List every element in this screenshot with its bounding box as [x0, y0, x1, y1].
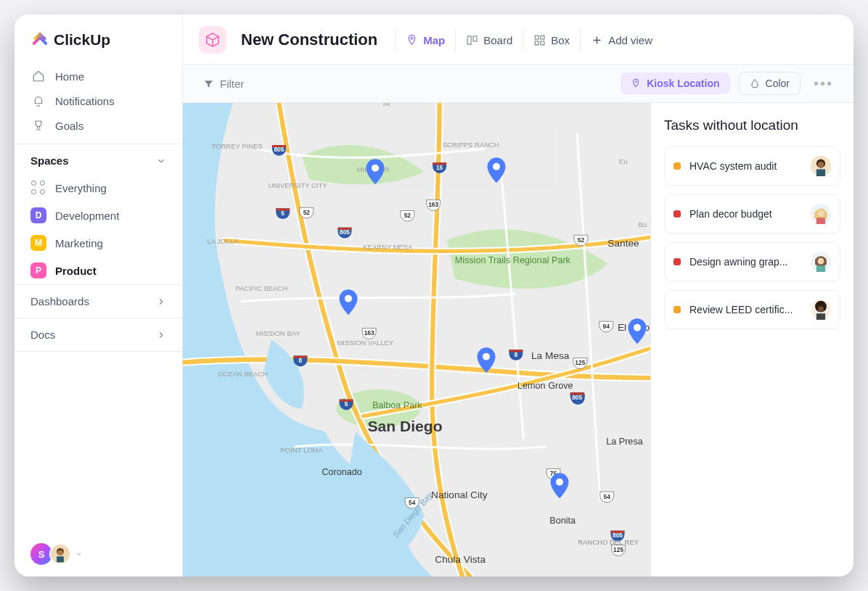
- more-button[interactable]: •••: [809, 75, 838, 92]
- svg-text:805: 805: [572, 394, 582, 401]
- spaces-header[interactable]: Spaces: [15, 144, 182, 174]
- sb-label: Docs: [30, 328, 55, 341]
- sidebar-item-docs[interactable]: Docs: [15, 318, 182, 352]
- map-label-chulavista: Chula Vista: [435, 554, 486, 565]
- svg-text:125: 125: [613, 546, 623, 553]
- svg-text:54: 54: [604, 493, 611, 500]
- svg-rect-64: [816, 265, 825, 272]
- svg-text:52: 52: [578, 236, 585, 244]
- brand-name: ClickUp: [54, 31, 110, 49]
- svg-rect-61: [816, 218, 825, 224]
- main-area: New Construction Map Board Box Add view: [183, 15, 853, 576]
- svg-text:SCRIPPS RANCH: SCRIPPS RANCH: [443, 141, 499, 149]
- svg-text:15: 15: [436, 164, 443, 171]
- status-dot-icon: [673, 210, 681, 218]
- svg-point-60: [818, 210, 824, 217]
- sidebar-item-everything[interactable]: Everything: [15, 174, 182, 202]
- chevron-down-icon: [156, 156, 166, 166]
- svg-rect-8: [541, 36, 544, 39]
- sidebar-item-goals[interactable]: Goals: [15, 113, 182, 138]
- sidebar-item-marketing[interactable]: M Marketing: [15, 229, 182, 257]
- grid-icon: [533, 34, 546, 46]
- map-label-lemongrove: Lemon Grove: [517, 381, 573, 391]
- tasks-panel: Tasks without location HVAC system audit…: [650, 103, 853, 576]
- tab-label: Board: [483, 34, 512, 46]
- svg-text:PACIFIC BEACH: PACIFIC BEACH: [235, 284, 287, 292]
- svg-text:52: 52: [404, 212, 412, 219]
- droplet-icon: [750, 78, 760, 88]
- task-card[interactable]: Plan decor budget: [664, 194, 840, 233]
- home-icon: [32, 70, 45, 83]
- task-card[interactable]: Review LEED certific...: [664, 290, 840, 329]
- svg-point-63: [818, 258, 824, 265]
- svg-text:805: 805: [340, 228, 350, 236]
- svg-rect-10: [541, 41, 544, 44]
- svg-text:MISSION VALLEY: MISSION VALLEY: [337, 339, 393, 347]
- filter-icon: [203, 78, 214, 89]
- svg-point-11: [635, 81, 636, 83]
- map-pin[interactable]: [364, 159, 386, 186]
- svg-text:8: 8: [299, 357, 303, 364]
- sidebar-item-product[interactable]: P Product: [15, 257, 182, 284]
- chip-label: Color: [766, 78, 790, 89]
- color-chip[interactable]: Color: [739, 72, 801, 95]
- svg-point-50: [493, 163, 500, 170]
- tab-box[interactable]: Box: [523, 30, 580, 51]
- space-badge-icon: P: [30, 263, 46, 278]
- brand-logo[interactable]: ClickUp: [15, 15, 182, 62]
- sidebar-item-dashboards[interactable]: Dashboards: [15, 284, 182, 318]
- map-pin[interactable]: [475, 347, 497, 375]
- svg-text:OCEAN BEACH: OCEAN BEACH: [218, 370, 268, 378]
- map-label-coronado: Coronado: [322, 467, 361, 477]
- map-area[interactable]: 805 15 5 805 8 8 5 52 52 94 125 163 163 …: [183, 103, 650, 576]
- user-menu[interactable]: S: [15, 532, 182, 576]
- status-dot-icon: [673, 162, 681, 170]
- app-window: ClickUp Home Notifications Goals Spaces …: [15, 15, 853, 576]
- space-label: Development: [55, 210, 119, 222]
- tab-label: Add view: [608, 34, 652, 46]
- svg-text:POINT LOMA: POINT LOMA: [281, 446, 324, 454]
- svg-point-49: [372, 165, 379, 172]
- task-card[interactable]: HVAC system audit: [664, 146, 840, 186]
- svg-text:94: 94: [603, 323, 610, 330]
- filter-button[interactable]: Filter: [199, 73, 248, 94]
- tab-board[interactable]: Board: [455, 30, 523, 51]
- project-title: New Construction: [241, 30, 377, 49]
- svg-point-2: [57, 550, 62, 555]
- map-pin[interactable]: [486, 157, 507, 185]
- assignee-avatar: [811, 252, 831, 272]
- kiosk-location-chip[interactable]: Kiosk Location: [621, 73, 729, 94]
- add-view-button[interactable]: Add view: [580, 30, 663, 51]
- tab-map[interactable]: Map: [395, 30, 455, 51]
- svg-text:5: 5: [281, 210, 284, 217]
- svg-point-53: [556, 479, 563, 486]
- content: 805 15 5 805 8 8 5 52 52 94 125 163 163 …: [183, 103, 853, 576]
- map-label-ranchodelrey: RANCHO DEL REY: [578, 538, 639, 546]
- map-label-bonita: Bonita: [549, 516, 576, 526]
- sidebar-item-home[interactable]: Home: [15, 64, 182, 88]
- trophy-icon: [32, 119, 45, 132]
- map-pin[interactable]: [337, 289, 359, 317]
- svg-point-67: [818, 306, 824, 312]
- sb-label: Dashboards: [30, 295, 89, 307]
- map-pin[interactable]: [626, 318, 648, 346]
- task-card[interactable]: Design awning grap...: [664, 242, 840, 281]
- svg-point-51: [345, 295, 352, 302]
- space-label: Marketing: [55, 237, 103, 249]
- map-label-balboa: Balboa Park: [372, 400, 422, 410]
- chevron-down-icon: [75, 550, 83, 558]
- header: New Construction Map Board Box Add view: [183, 15, 853, 65]
- sidebar-item-notifications[interactable]: Notifications: [15, 88, 182, 113]
- sidebar: ClickUp Home Notifications Goals Spaces …: [15, 15, 183, 576]
- svg-text:163: 163: [364, 329, 374, 336]
- sidebar-item-development[interactable]: D Development: [15, 202, 182, 229]
- task-label: Plan decor budget: [689, 208, 802, 220]
- svg-point-4: [411, 37, 413, 39]
- svg-rect-9: [535, 41, 539, 44]
- map-label-santee: Santee: [607, 238, 639, 249]
- map-label-sandiego: San Diego: [368, 418, 443, 434]
- map-pin[interactable]: [549, 473, 570, 500]
- svg-text:125: 125: [575, 359, 585, 366]
- svg-text:TORREY PINES: TORREY PINES: [212, 142, 263, 150]
- box-icon: [205, 32, 221, 48]
